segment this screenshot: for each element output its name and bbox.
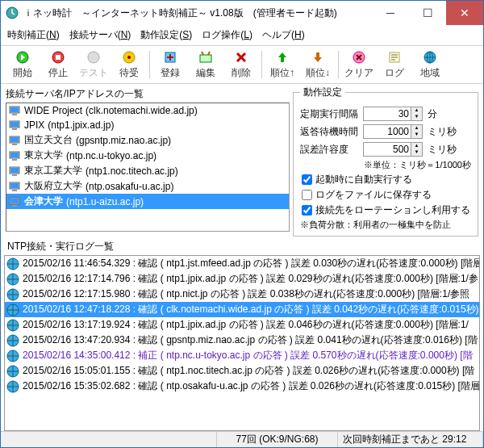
svg-rect-35	[12, 205, 17, 207]
svg-rect-10	[316, 52, 319, 57]
toolbar: 開始 停止 テスト 待受 登録 編集 削除 順位↑ 順位↓ クリア ログ 地域	[1, 46, 483, 84]
log-row[interactable]: 2015/02/16 12:47:18.228 : 確認 ( clk.notem…	[5, 302, 479, 317]
server-row[interactable]: WIDE Project (clk.notemachi.wide.ad.jp)	[6, 103, 289, 118]
svg-rect-32	[12, 190, 17, 191]
svg-rect-22	[10, 137, 19, 142]
svg-rect-31	[10, 183, 19, 188]
status-counts: 77回 (OK:9/NG:68)	[217, 432, 338, 447]
log-row[interactable]: 2015/02/16 14:35:00.412 : 補正 ( ntp.nc.u-…	[5, 348, 479, 363]
tb-delete[interactable]: 削除	[224, 49, 258, 80]
tb-region[interactable]: 地域	[413, 49, 447, 80]
chk-savelog[interactable]: ログをファイルに保存する	[302, 188, 471, 202]
menu-time-correct[interactable]: 時刻補正(N)	[7, 28, 60, 42]
server-list-label: 接続サーバ名/IPアドレスの一覧	[6, 86, 290, 103]
spinner[interactable]: ▲▼	[411, 124, 423, 139]
status-left	[1, 432, 217, 447]
maximize-button[interactable]: ☐	[409, 1, 446, 25]
app-window: ｉネッ時計 ～インターネット時刻補正～ v1.08版 (管理者モード起動) ─ …	[0, 0, 484, 448]
svg-rect-25	[10, 153, 19, 157]
spinner[interactable]: ▲▼	[411, 107, 423, 121]
tb-log[interactable]: ログ	[378, 49, 411, 80]
server-row[interactable]: 大阪府立大学 (ntp.osakafu-u.ac.jp)	[6, 178, 289, 194]
menu-settings[interactable]: 動作設定(S)	[140, 28, 192, 42]
menu-help[interactable]: ヘルプ(H)	[262, 28, 305, 42]
server-row[interactable]: 国立天文台 (gpsntp.miz.nao.ac.jp)	[6, 132, 289, 148]
log-row[interactable]: 2015/02/16 13:47:20.934 : 確認 ( gpsntp.mi…	[5, 333, 479, 348]
log-row[interactable]: 2015/02/16 11:46:54.329 : 確認 ( ntp1.jst.…	[5, 256, 479, 271]
interval-input[interactable]	[363, 107, 411, 121]
menu-log[interactable]: ログ操作(L)	[202, 28, 252, 42]
svg-rect-28	[10, 168, 19, 173]
log-row[interactable]: 2015/02/16 12:17:14.796 : 確認 ( ntp1.jpix…	[5, 271, 479, 287]
menubar: 時刻補正(N) 接続サーバ(N) 動作設定(S) ログ操作(L) ヘルプ(H)	[1, 25, 483, 46]
svg-rect-26	[12, 159, 17, 161]
close-button[interactable]: ✕	[446, 1, 483, 25]
tb-edit[interactable]: 編集	[189, 49, 223, 80]
status-next: 次回時刻補正まであと 29:12	[338, 432, 483, 447]
svg-rect-9	[281, 57, 284, 62]
svg-rect-3	[56, 55, 60, 60]
svg-rect-23	[12, 144, 17, 145]
minimize-button[interactable]: ─	[372, 1, 409, 25]
options-panel: 動作設定 定期実行間隔▲▼分 返答待機時間▲▼ミリ秒 誤差許容度▲▼ミリ秒 ※単…	[293, 86, 478, 237]
log-row[interactable]: 2015/02/16 15:05:01.155 : 確認 ( ntp1.noc.…	[5, 363, 479, 379]
server-row[interactable]: 東京大学 (ntp.nc.u-tokyo.ac.jp)	[6, 148, 289, 163]
spinner[interactable]: ▲▼	[411, 142, 423, 157]
server-row[interactable]: 東京工業大学 (ntp1.noc.titech.ac.jp)	[6, 163, 289, 178]
tb-register[interactable]: 登録	[153, 49, 187, 80]
server-row[interactable]: JPIX (ntp1.jpix.ad.jp)	[6, 118, 289, 132]
log-row[interactable]: 2015/02/16 12:17:15.980 : 確認 ( ntp.nict.…	[5, 287, 479, 302]
svg-rect-20	[12, 128, 17, 130]
statusbar: 77回 (OK:9/NG:68) 次回時刻補正まであと 29:12	[1, 431, 483, 447]
svg-rect-29	[12, 174, 17, 176]
window-title: ｉネッ時計 ～インターネット時刻補正～ v1.08版 (管理者モード起動)	[23, 6, 372, 20]
svg-point-4	[88, 52, 99, 63]
titlebar: ｉネッ時計 ～インターネット時刻補正～ v1.08版 (管理者モード起動) ─ …	[1, 1, 483, 25]
log-list-label: NTP接続・実行ログ一覧	[1, 238, 483, 255]
window-buttons: ─ ☐ ✕	[372, 1, 483, 25]
log-row[interactable]: 2015/02/16 15:35:02.682 : 確認 ( ntp.osaka…	[5, 379, 479, 394]
menu-server[interactable]: 接続サーバ(N)	[69, 28, 131, 42]
tb-clear[interactable]: クリア	[342, 49, 376, 80]
svg-rect-17	[12, 114, 17, 115]
svg-point-6	[127, 56, 131, 59]
log-row[interactable]: 2015/02/16 13:17:19.924 : 確認 ( ntp1.jpix…	[5, 317, 479, 333]
tb-listen[interactable]: 待受	[112, 49, 146, 80]
server-row[interactable]: 会津大学 (ntp1.u-aizu.ac.jp)	[6, 194, 289, 209]
tb-up[interactable]: 順位↑	[265, 49, 299, 80]
tb-start[interactable]: 開始	[6, 49, 40, 80]
timeout-input[interactable]	[363, 124, 411, 139]
server-list[interactable]: WIDE Project (clk.notemachi.wide.ad.jp)J…	[6, 103, 290, 232]
tb-stop[interactable]: 停止	[41, 49, 75, 80]
tb-test[interactable]: テスト	[77, 49, 111, 80]
svg-rect-8	[200, 55, 211, 62]
server-panel: 接続サーバ名/IPアドレスの一覧 WIDE Project (clk.notem…	[6, 86, 290, 237]
app-icon	[6, 6, 19, 19]
mid-row: 接続サーバ名/IPアドレスの一覧 WIDE Project (clk.notem…	[1, 84, 483, 238]
chk-rotation[interactable]: 接続先をローテーションし利用する	[302, 203, 471, 217]
svg-rect-19	[10, 122, 19, 127]
options-legend: 動作設定	[300, 86, 345, 99]
svg-rect-16	[10, 107, 19, 112]
tolerance-input[interactable]	[363, 142, 411, 157]
chk-autostart[interactable]: 起動時に自動実行する	[302, 173, 471, 186]
tb-down[interactable]: 順位↓	[301, 49, 335, 80]
svg-rect-34	[10, 199, 19, 203]
log-list[interactable]: 2015/02/16 11:46:54.329 : 確認 ( ntp1.jst.…	[4, 255, 480, 431]
